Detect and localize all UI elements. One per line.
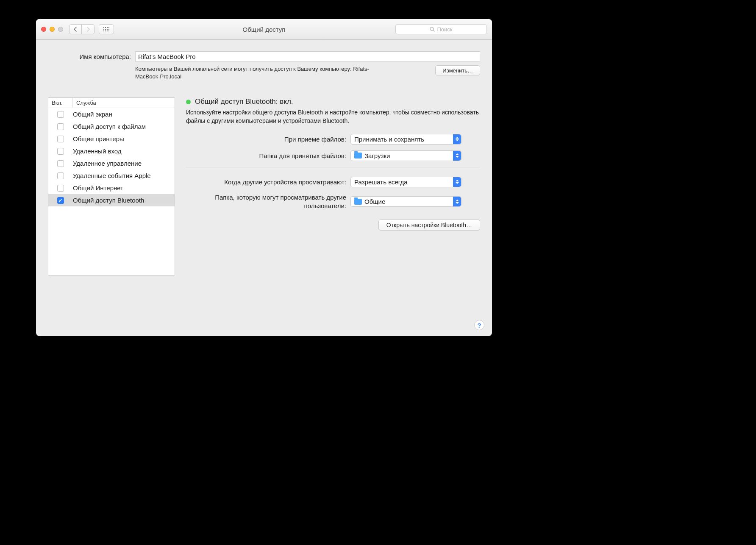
forward-button[interactable]: [82, 24, 94, 34]
folder-icon: [354, 153, 362, 158]
computer-name-label: Имя компьютера:: [48, 53, 135, 60]
status-indicator-icon: [186, 100, 191, 104]
computer-name-input[interactable]: [135, 51, 480, 62]
service-checkbox[interactable]: [57, 172, 64, 179]
select-value: Загрузки: [364, 152, 390, 159]
service-checkbox[interactable]: [57, 197, 64, 204]
service-label: Удаленный вход: [73, 147, 175, 155]
select-value: Общие: [364, 198, 385, 205]
stepper-icon: [453, 151, 461, 161]
stepper-icon: [453, 177, 461, 187]
service-checkbox[interactable]: [57, 160, 64, 167]
browse-permission-label: Когда другие устройства просматривают:: [186, 178, 350, 186]
select-value: Принимать и сохранять: [354, 136, 424, 143]
service-label: Общий доступ Bluetooth: [73, 197, 175, 204]
sharing-preferences-window: Общий доступ Поиск Имя компьютера: Компь…: [36, 19, 492, 336]
service-label: Удаленные события Apple: [73, 172, 175, 179]
titlebar: Общий доступ Поиск: [36, 19, 492, 40]
service-checkbox[interactable]: [57, 123, 64, 130]
service-checkbox[interactable]: [57, 185, 64, 192]
service-label: Общий доступ к файлам: [73, 123, 175, 130]
service-row[interactable]: Удаленные события Apple: [48, 170, 175, 182]
show-all-button[interactable]: [99, 24, 114, 34]
service-row[interactable]: Общий доступ к файлам: [48, 120, 175, 133]
back-button[interactable]: [69, 24, 82, 34]
nav-segment: [69, 24, 94, 34]
minimize-window-button[interactable]: [50, 27, 55, 32]
service-description: Используйте настройки общего доступа Blu…: [186, 108, 480, 125]
service-checkbox[interactable]: [57, 111, 64, 118]
browse-folder-select[interactable]: Общие: [350, 196, 461, 207]
help-button[interactable]: ?: [474, 320, 484, 330]
window-controls: [41, 27, 63, 32]
open-bluetooth-prefs-button[interactable]: Открыть настройки Bluetooth…: [378, 220, 480, 231]
search-placeholder: Поиск: [437, 26, 452, 33]
stepper-icon: [453, 134, 461, 144]
separator: [186, 167, 480, 167]
stepper-icon: [453, 197, 461, 206]
browse-folder-label: Папка, которую могут просматривать други…: [186, 193, 350, 211]
service-status-title: Общий доступ Bluetooth: вкл.: [195, 97, 293, 106]
edit-hostname-button[interactable]: Изменить…: [435, 65, 480, 75]
services-table-header: Вкл. Служба: [48, 98, 175, 108]
service-row[interactable]: Общие принтеры: [48, 133, 175, 145]
service-row[interactable]: Общий экран: [48, 108, 175, 120]
service-row[interactable]: Удаленное управление: [48, 157, 175, 170]
browse-permission-select[interactable]: Разрешать всегда: [350, 177, 461, 187]
search-field[interactable]: Поиск: [395, 24, 487, 34]
chevron-left-icon: [73, 27, 78, 32]
select-value: Разрешать всегда: [354, 178, 408, 186]
column-header-on: Вкл.: [48, 98, 73, 108]
service-row[interactable]: Общий Интернет: [48, 182, 175, 194]
service-label: Общий Интернет: [73, 184, 175, 192]
folder-icon: [354, 199, 362, 205]
receive-folder-label: Папка для принятых файлов:: [186, 152, 350, 159]
service-row[interactable]: Удаленный вход: [48, 145, 175, 157]
computer-name-description: Компьютеры в Вашей локальной сети могут …: [135, 65, 381, 81]
service-label: Удаленное управление: [73, 160, 175, 167]
service-checkbox[interactable]: [57, 136, 64, 142]
service-row[interactable]: Общий доступ Bluetooth: [48, 194, 175, 206]
search-icon: [430, 27, 435, 32]
chevron-right-icon: [86, 27, 90, 32]
receive-folder-select[interactable]: Загрузки: [350, 150, 461, 161]
receive-files-label: При приеме файлов:: [186, 136, 350, 143]
service-label: Общий экран: [73, 111, 175, 118]
svg-line-1: [433, 30, 434, 31]
grid-icon: [103, 27, 109, 31]
content-pane: Имя компьютера: Компьютеры в Вашей локал…: [36, 40, 492, 336]
services-table: Вкл. Служба Общий экранОбщий доступ к фа…: [48, 97, 175, 275]
zoom-window-button: [58, 27, 63, 32]
receive-files-select[interactable]: Принимать и сохранять: [350, 134, 461, 145]
close-window-button[interactable]: [41, 27, 46, 32]
column-header-service: Служба: [73, 98, 175, 108]
service-detail-pane: Общий доступ Bluetooth: вкл. Используйте…: [186, 97, 480, 275]
service-label: Общие принтеры: [73, 135, 175, 142]
service-checkbox[interactable]: [57, 148, 64, 155]
